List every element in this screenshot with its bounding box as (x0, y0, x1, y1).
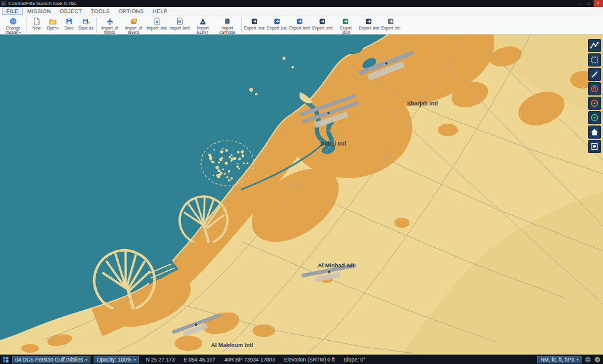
globe-icon (9, 18, 17, 25)
toolbar-label: Import .cf layers (123, 26, 144, 35)
select-area-button[interactable] (588, 53, 601, 67)
toolbar-label: Import .miz (147, 26, 167, 30)
export-tile-icon (273, 18, 281, 25)
window-title: CombatFlite launch took 0.76s. (8, 1, 575, 6)
notes-icon (590, 142, 599, 151)
layers-icon (130, 18, 138, 25)
route-tool-button[interactable] (588, 39, 601, 52)
elevation-readout: Elevation (SRTM) 0 ft (284, 356, 335, 363)
minimize-button[interactable]: – (575, 0, 584, 7)
toolbar-label: Open▾ (46, 26, 59, 30)
map-source-label: 04 DCS Persian Gulf.mbtiles (15, 356, 83, 363)
app-icon (1, 1, 6, 6)
threat-ring-green-button[interactable] (588, 111, 601, 124)
toolbar-label: Change theater▾ (3, 26, 24, 35)
export-xml-button[interactable]: Export .xml (311, 16, 334, 34)
green-ring-icon (590, 113, 599, 122)
save-as-button[interactable]: Save as (77, 16, 95, 34)
menu-item-tools[interactable]: TOOLS (87, 8, 114, 15)
toolbar-label: Import ELINT (192, 26, 214, 35)
toolbar-label: Export .json (335, 26, 356, 35)
route-polyline-icon (590, 41, 599, 50)
export-tile-icon (365, 18, 372, 25)
toolbar-label: Import .kml (170, 26, 190, 30)
import-cf-layers-button[interactable]: Import .cf layers (122, 16, 146, 34)
export-json-button[interactable]: Export .json (334, 16, 357, 34)
units-select[interactable]: NM, kt, ft, hPa ▾ (537, 356, 582, 363)
threat-ring-red-dot-button[interactable] (588, 97, 601, 110)
map-svg: Sharjah Intl Dubai Intl Al Minhad AB Al … (0, 35, 603, 355)
export-kml-button[interactable]: Export .kml (288, 16, 311, 34)
menu-bar: FILE MISSION OBJECT TOOLS OPTIONS HELP (0, 7, 603, 16)
import-document-icon (176, 18, 183, 25)
briefing-notes-button[interactable] (588, 140, 601, 153)
import-cartridge-button[interactable]: Import cartridge .dat (215, 16, 240, 34)
toolbar-label: Export .dat (359, 26, 378, 30)
export-tile-icon (318, 18, 326, 25)
jet-icon (106, 18, 114, 25)
tiles-grid-icon (3, 356, 9, 363)
map-source-select[interactable]: 04 DCS Persian Gulf.mbtiles ▾ (12, 356, 90, 363)
export-txt-button[interactable]: Export .txt (380, 16, 401, 34)
new-button[interactable]: New (28, 16, 45, 34)
mgrs-readout: 40R BP 73934 17003 (224, 356, 275, 363)
import-cf-flights-button[interactable]: Import .cf flights (98, 16, 122, 34)
import-miz-button[interactable]: Import .miz (146, 16, 168, 34)
main-toolbar: Change theater▾ New Open▾ Save (0, 16, 603, 35)
toolbar-separator (241, 18, 242, 33)
cartridge-chip-icon (224, 18, 231, 25)
export-miz-button[interactable]: Export .miz (243, 16, 266, 34)
map-side-toolbar (588, 39, 601, 153)
globe-status-icon[interactable] (585, 356, 591, 363)
export-lua-button[interactable]: Export .lua (266, 16, 288, 34)
toolbar-label: New (32, 26, 40, 30)
toolbar-label: Export .kml (289, 26, 310, 30)
threat-ring-red-button[interactable] (588, 82, 601, 95)
export-dat-button[interactable]: Export .dat (357, 16, 379, 34)
measure-tool-button[interactable] (588, 68, 601, 81)
opacity-select[interactable]: Opacity: 100% ▾ (94, 356, 139, 363)
save-button[interactable]: Save (61, 16, 77, 34)
opacity-label: Opacity: 100% (97, 356, 131, 363)
export-tile-icon (387, 18, 394, 25)
save-as-floppy-icon (82, 18, 90, 25)
airport-label: Dubai Intl (320, 141, 346, 147)
latitude-readout: N 25 27.173 (146, 356, 175, 363)
new-document-icon (33, 18, 40, 25)
close-button[interactable]: × (594, 0, 603, 7)
airport-label: Al Maktoum Intl (211, 342, 253, 348)
airport-label: Al Minhad AB (318, 262, 355, 269)
longitude-readout: E 054 45.107 (183, 356, 215, 363)
menu-item-mission[interactable]: MISSION (23, 8, 55, 15)
ruler-icon (590, 70, 599, 79)
import-elint-button[interactable]: Import ELINT (191, 16, 215, 34)
antenna-icon (199, 18, 207, 25)
export-tile-icon (296, 18, 303, 25)
open-folder-icon (49, 18, 57, 25)
red-ring-icon (590, 84, 599, 94)
toolbar-label: Export .miz (244, 26, 265, 30)
status-bar: 04 DCS Persian Gulf.mbtiles ▾ Opacity: 1… (0, 355, 603, 364)
menu-item-object[interactable]: OBJECT (55, 8, 86, 15)
home-view-button[interactable] (588, 126, 601, 139)
dropdown-caret-icon: ▾ (134, 358, 136, 361)
map-canvas[interactable]: Sharjah Intl Dubai Intl Al Minhad AB Al … (0, 35, 603, 355)
toolbar-label: Save as (79, 26, 94, 30)
dropdown-caret-icon: ▾ (85, 358, 87, 361)
units-label: NM, kt, ft, hPa (540, 356, 574, 363)
slope-readout: Slope: 0° (344, 356, 366, 363)
save-floppy-icon (65, 18, 73, 25)
airport-label: Sharjah Intl (407, 100, 438, 107)
menu-item-file[interactable]: FILE (2, 8, 23, 15)
toolbar-label: Import .cf flights (99, 26, 121, 35)
export-tile-icon (251, 18, 258, 25)
connection-status-icon[interactable] (594, 356, 600, 363)
change-theater-button[interactable]: Change theater▾ (1, 16, 25, 34)
import-document-icon (153, 18, 161, 25)
menu-item-help[interactable]: HELP (148, 8, 171, 15)
menu-item-options[interactable]: OPTIONS (114, 8, 148, 15)
import-kml-button[interactable]: Import .kml (168, 16, 191, 34)
red-ring-dot-icon (590, 99, 599, 108)
open-button[interactable]: Open▾ (45, 16, 61, 34)
maximize-button[interactable]: □ (584, 0, 594, 7)
